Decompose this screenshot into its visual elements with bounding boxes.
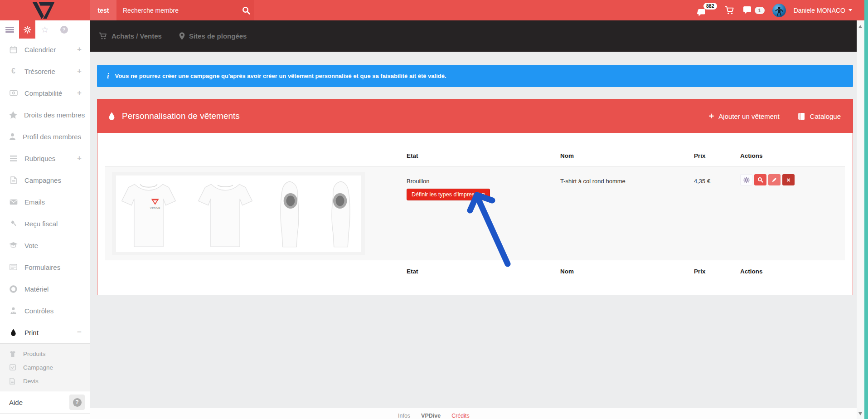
add-garment-button[interactable]: + Ajouter un vêtement xyxy=(709,112,780,121)
nav-achats-ventes[interactable]: Achats / Ventes xyxy=(99,32,162,40)
sidebar-item-label: Matériel xyxy=(24,285,48,293)
search-icon xyxy=(242,6,251,15)
actions-header: Actions xyxy=(740,152,845,159)
settings-tab[interactable] xyxy=(19,20,35,39)
user-name: Daniele MONACO xyxy=(794,7,845,14)
sidebar-item-tresorerie[interactable]: € Trésorerie + xyxy=(0,60,90,82)
submenu-item-devis[interactable]: Devis xyxy=(0,374,90,388)
user-menu[interactable]: Daniele MONACO xyxy=(794,7,852,14)
scroll-up-arrow-icon[interactable] xyxy=(858,25,862,28)
application-window: test 882 xyxy=(0,0,868,419)
expand-plus-icon[interactable]: + xyxy=(77,154,82,163)
sidebar-item-label: Reçu fiscal xyxy=(24,220,58,228)
search-input[interactable] xyxy=(116,7,238,14)
sidebar-item-label: Comptabilité xyxy=(24,89,62,97)
sidebar-tabstrip: ☆ ? xyxy=(0,20,90,39)
messages-button[interactable]: 1 xyxy=(742,6,765,14)
sidebar-item-label: Trésorerie xyxy=(24,68,55,75)
panel-title: Personnalisation de vêtements xyxy=(122,111,240,121)
app-logo xyxy=(32,1,55,19)
envelope-icon xyxy=(9,199,18,205)
cart-icon[interactable] xyxy=(725,6,735,15)
sidebar-item-label: Calendrier xyxy=(24,46,56,54)
favorites-tab[interactable]: ☆ xyxy=(35,20,54,39)
expand-plus-icon[interactable]: + xyxy=(77,88,82,97)
nav-label: Sites de plongées xyxy=(189,32,247,40)
delete-action-button[interactable]: × xyxy=(782,174,795,185)
personnalisation-panel: Personnalisation de vêtements + Ajouter … xyxy=(97,99,853,295)
user-check-icon xyxy=(9,307,18,314)
product-image-cell: VPDIVE xyxy=(112,172,365,255)
secondary-nav: Achats / Ventes Sites de plongées xyxy=(90,20,857,52)
footer-links: Infos VPDive Crédits xyxy=(398,413,470,419)
sidebar-item-profil-des-membres[interactable]: Profil des membres xyxy=(0,126,90,147)
sidebar-item-print[interactable]: Print − xyxy=(0,322,90,343)
view-action-button[interactable] xyxy=(754,174,766,185)
sidebar-item-droits-des-membres[interactable]: Droits des membres xyxy=(0,104,90,126)
sidebar-item-materiel[interactable]: Matériel xyxy=(0,278,90,300)
gear-icon xyxy=(24,26,31,34)
sidebar-item-label: Vote xyxy=(24,242,38,249)
notifications-button[interactable]: 882 xyxy=(697,3,717,18)
help-tab[interactable]: ? xyxy=(54,20,73,39)
info-icon: i xyxy=(107,72,109,80)
info-banner: i Vous ne pourrez créer une campagne qu'… xyxy=(97,65,853,87)
sidebar-item-emails[interactable]: Emails xyxy=(0,191,90,213)
map-pin-icon xyxy=(179,32,185,40)
topbar-right: 882 1 xyxy=(697,0,853,20)
submenu-item-label: Campagne xyxy=(23,364,53,371)
sidebar-item-campagnes[interactable]: Campagnes xyxy=(0,169,90,191)
star-icon xyxy=(9,111,17,119)
vertical-scrollbar[interactable] xyxy=(857,20,864,419)
sidebar-item-controles[interactable]: Contrôles xyxy=(0,300,90,322)
edit-action-button[interactable] xyxy=(768,174,781,185)
sidebar-item-formulaires[interactable]: Formulaires xyxy=(0,256,90,278)
sidebar-item-comptabilite[interactable]: Comptabilité + xyxy=(0,82,90,104)
sidebar-item-vote[interactable]: Vote xyxy=(0,234,90,256)
close-icon: × xyxy=(786,176,790,184)
expand-plus-icon[interactable]: + xyxy=(77,45,82,54)
collapse-minus-icon[interactable]: − xyxy=(77,328,82,337)
sidebar-item-recu-fiscal[interactable]: Reçu fiscal xyxy=(0,213,90,234)
search-button[interactable] xyxy=(238,0,254,20)
prix-header: Prix xyxy=(694,152,740,159)
prix-header: Prix xyxy=(694,268,740,275)
catalogue-button[interactable]: Catalogue xyxy=(798,112,841,120)
document-icon xyxy=(10,378,17,385)
expand-plus-icon[interactable]: + xyxy=(77,67,82,76)
message-count-badge: 1 xyxy=(755,7,765,14)
footer-link-credits[interactable]: Crédits xyxy=(451,413,470,419)
submenu-item-produits[interactable]: Produits xyxy=(0,347,90,361)
gear-icon xyxy=(743,177,750,183)
file-icon xyxy=(9,176,18,184)
define-print-types-button[interactable]: Définir les types d'impression xyxy=(407,189,490,200)
main-content: i Vous ne pourrez créer une campagne qu'… xyxy=(90,52,857,419)
footer-link-vpdive[interactable]: VPDive xyxy=(421,413,441,419)
list-icon xyxy=(9,156,18,161)
panel-title-group: Personnalisation de vêtements xyxy=(108,111,240,121)
settings-action-button[interactable] xyxy=(740,174,752,185)
help-button[interactable]: ? xyxy=(69,395,85,410)
sidebar-item-label: Rubriques xyxy=(24,155,55,162)
star-icon: ☆ xyxy=(41,25,48,34)
submenu-item-label: Produits xyxy=(23,351,46,357)
footer-link-infos[interactable]: Infos xyxy=(398,413,410,419)
sidebar-item-rubriques[interactable]: Rubriques + xyxy=(0,147,90,169)
calendar-icon xyxy=(9,46,18,54)
menu-tab[interactable] xyxy=(0,20,19,39)
droplet-icon xyxy=(108,112,115,121)
svg-text:VPDIVE: VPDIVE xyxy=(150,206,160,210)
check-square-icon xyxy=(10,364,17,370)
book-icon xyxy=(798,112,805,120)
club-tab[interactable]: test xyxy=(90,0,116,20)
plus-icon: + xyxy=(709,112,714,121)
nav-sites-de-plongees[interactable]: Sites de plongées xyxy=(179,32,247,40)
sidebar-item-label: Print xyxy=(24,329,39,336)
help-label: Aide xyxy=(9,399,23,406)
submenu-item-campagne[interactable]: Campagne xyxy=(0,361,90,374)
nom-header: Nom xyxy=(560,268,694,275)
notification-count-badge: 882 xyxy=(703,3,717,10)
avatar[interactable] xyxy=(772,4,786,17)
sidebar-item-calendrier[interactable]: Calendrier + xyxy=(0,39,90,60)
scroll-down-arrow-icon[interactable] xyxy=(858,412,862,415)
